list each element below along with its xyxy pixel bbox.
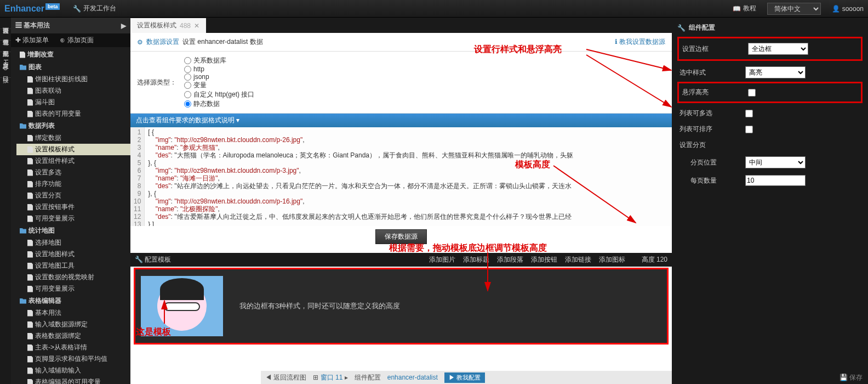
- back-link[interactable]: ◀ 返回流程图: [265, 373, 306, 382]
- template-action[interactable]: 添加链接: [565, 256, 591, 263]
- source-radio[interactable]: 自定义 http(get) 接口: [184, 90, 254, 99]
- tab-close-icon[interactable]: ✕: [194, 22, 199, 30]
- tree-group[interactable]: 表格编辑器: [16, 295, 130, 307]
- source-radio[interactable]: 变量: [184, 81, 254, 90]
- prop-checkbox[interactable]: [748, 89, 756, 97]
- file-icon: [27, 99, 33, 106]
- tree-item[interactable]: 图表联动: [16, 85, 130, 97]
- breadcrumb: ⚙ 数据源设置 设置 enhancer-datalist 数据 ℹ 教我设置数据…: [130, 33, 672, 52]
- prop-select[interactable]: 全边框上边框无边框: [748, 43, 808, 55]
- template-action[interactable]: 添加图标: [599, 256, 625, 263]
- tree-group[interactable]: 增删改查: [16, 48, 130, 61]
- file-icon: [27, 286, 33, 292]
- tree-item[interactable]: 输入域数据源绑定: [16, 319, 130, 330]
- file-icon: [27, 379, 33, 385]
- prop-row: 分页位置中间左右: [677, 153, 863, 172]
- tree-item[interactable]: 页脚显示求和值和平均值: [16, 353, 130, 365]
- format-help-bar[interactable]: 点击查看组件要求的数据格式说明 ▾: [130, 114, 672, 127]
- file-icon: [27, 76, 33, 83]
- prop-row: 悬浮高亮: [680, 84, 860, 100]
- config-template[interactable]: 🔧 配置模板: [135, 255, 171, 264]
- tree-item[interactable]: 排序功能: [16, 178, 130, 190]
- tree-item[interactable]: 可用变量展示: [16, 283, 130, 295]
- help-link[interactable]: ℹ 教我设置数据源: [615, 37, 665, 47]
- tree-item[interactable]: 设置组件样式: [16, 155, 130, 167]
- template-toolbar: 🔧 配置模板 添加图片添加标题添加段落添加按钮添加链接添加图标 高度 120: [130, 253, 672, 267]
- tree-item[interactable]: 设置分页: [16, 190, 130, 201]
- code-content[interactable]: [ { "img": "http://oz98nwten.bkt.clouddn…: [145, 127, 576, 226]
- tab-bar: 设置模板样式 488 ✕: [130, 18, 672, 33]
- template-action[interactable]: 添加段落: [497, 256, 523, 263]
- template-action[interactable]: 添加标题: [463, 256, 489, 263]
- template-action[interactable]: 添加按钮: [531, 256, 557, 263]
- dev-workbench-link[interactable]: 🔧开发工作台: [73, 4, 116, 13]
- file-icon: [27, 345, 33, 351]
- tree-item[interactable]: 表格数据源绑定: [16, 330, 130, 342]
- prop-checkbox[interactable]: [745, 126, 753, 133]
- window-link[interactable]: 窗口 11: [321, 374, 343, 381]
- source-radio[interactable]: 静态数据: [184, 99, 254, 109]
- add-menu-button[interactable]: ✚ 添加菜单: [15, 36, 49, 45]
- right-bottom-bar: 💾 保存: [672, 371, 868, 384]
- tree-item[interactable]: 饼图柱状图折线图: [16, 74, 130, 85]
- code-editor[interactable]: 12345678910111213 [ { "img": "http://oz9…: [130, 127, 672, 226]
- sidebar-title: ☰ 基本用法▶: [11, 18, 130, 33]
- tree-item[interactable]: 选择地图: [16, 237, 130, 249]
- tree-group[interactable]: 统计地图: [16, 224, 130, 237]
- file-icon: [27, 251, 33, 258]
- tree-item[interactable]: 输入域辅助输入: [16, 365, 130, 376]
- tree-item[interactable]: 设置模板样式: [16, 144, 130, 155]
- sidebar-toggle-icon[interactable]: ▶: [121, 22, 126, 30]
- tree-item[interactable]: 绑定数据: [16, 132, 130, 144]
- tree-item[interactable]: 基本用法: [16, 307, 130, 319]
- tree-item[interactable]: 表格编辑器的可用变量: [16, 376, 130, 384]
- tree-item[interactable]: 主表->从表格详情: [16, 342, 130, 353]
- tree-item[interactable]: 设置按钮事件: [16, 201, 130, 213]
- file-icon: [27, 158, 33, 165]
- vtab-role-mgmt[interactable]: 角色管理: [0, 29, 11, 41]
- add-page-button[interactable]: ⊕ 添加页面: [60, 36, 93, 45]
- tutorial-link[interactable]: 📖教程: [733, 4, 756, 13]
- vtab-http-api[interactable]: 自定义 Http 接口: [0, 52, 11, 78]
- logo: Enhancerbeta: [4, 4, 60, 14]
- tab-current[interactable]: 设置模板样式 488 ✕: [130, 18, 206, 33]
- prop-checkbox[interactable]: [745, 110, 753, 117]
- tree-item[interactable]: 漏斗图: [16, 97, 130, 108]
- template-image[interactable]: [141, 276, 223, 336]
- prop-input[interactable]: [745, 175, 806, 186]
- comp-name-link[interactable]: enhancer-datalist: [387, 374, 438, 381]
- right-panel: 🔧 组件配置 设置边框全边框上边框无边框选中样式高亮无悬浮高亮列表可多选列表可排…: [672, 18, 868, 384]
- prop-select[interactable]: 高亮无: [745, 66, 806, 78]
- save-button[interactable]: 保存数据源: [375, 229, 427, 244]
- comp-config-label: 组件配置: [355, 373, 381, 382]
- crumb-datasource[interactable]: 数据源设置: [146, 37, 179, 47]
- source-radio[interactable]: 关系数据库: [184, 56, 254, 65]
- tree-item[interactable]: 可用变量展示: [16, 213, 130, 224]
- language-select[interactable]: 简体中文: [767, 3, 821, 15]
- tree-item[interactable]: 设置地图样式: [16, 249, 130, 260]
- tree-item[interactable]: 设置多选: [16, 167, 130, 178]
- file-icon: [27, 274, 33, 281]
- user-menu[interactable]: 👤soooon: [832, 5, 864, 13]
- prop-label: 设置边框: [682, 44, 743, 54]
- prop-row: 列表可排序: [677, 121, 863, 137]
- book-icon: 📖: [733, 5, 741, 13]
- tree-group[interactable]: 数据列表: [16, 120, 130, 132]
- prop-label: 悬浮高亮: [682, 88, 743, 97]
- tree-item[interactable]: 设置数据的视觉映射: [16, 272, 130, 283]
- folder-icon: [20, 298, 26, 304]
- template-preview[interactable]: 我的边框有3种样式，同时还可以随意定义我的高度: [134, 268, 669, 345]
- main-area: 设置模板样式 488 ✕ ⚙ 数据源设置 设置 enhancer-datalis…: [130, 18, 672, 384]
- tree-item[interactable]: 设置地图工具: [16, 260, 130, 272]
- vtab-page-mgmt[interactable]: 页面管理: [0, 18, 11, 29]
- prop-select[interactable]: 中间左右: [745, 156, 806, 168]
- prop-label: 每页数量: [679, 176, 740, 185]
- tree-group[interactable]: 图表: [16, 61, 130, 74]
- tree-item[interactable]: 图表的可用变量: [16, 108, 130, 120]
- prop-label: 列表可多选: [679, 109, 740, 118]
- teach-button[interactable]: ▶ 教我配置: [444, 372, 485, 383]
- source-radio[interactable]: http: [184, 65, 254, 73]
- source-radio[interactable]: jsonp: [184, 73, 254, 81]
- vtab-global-config[interactable]: 全局配置: [0, 41, 11, 52]
- template-action[interactable]: 添加图片: [429, 256, 455, 263]
